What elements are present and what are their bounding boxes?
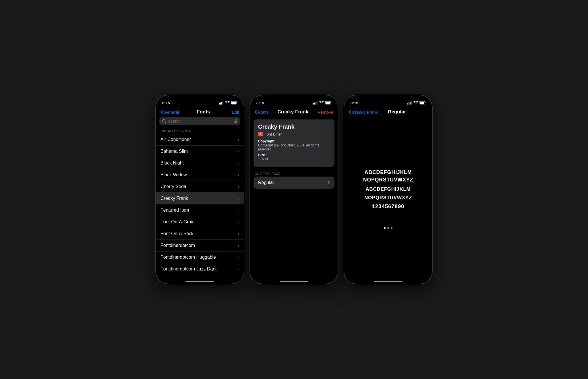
chevron-right-icon (328, 181, 330, 185)
font-item-fontdinerdotcom[interactable]: Fontdinerdotcom › (156, 240, 244, 252)
phone-1-screen: 8:15 (156, 95, 244, 284)
font-item-black-widow[interactable]: Black Widow › (156, 169, 244, 181)
battery-icon (325, 101, 332, 105)
font-name: Air Conditioner (160, 137, 191, 142)
font-item-cherry-soda[interactable]: Cherry Soda › (156, 181, 244, 193)
home-indicator-bar (185, 281, 214, 282)
font-name: Cherry Soda (160, 184, 186, 189)
font-item-featured-item[interactable]: Featured Item › (156, 204, 244, 216)
nav-back-2[interactable]: Fonts (255, 110, 269, 115)
svg-rect-20 (410, 102, 411, 105)
font-detail-title: Creaky Frank (258, 123, 330, 130)
status-icons-2 (313, 101, 332, 105)
signal-icon (407, 101, 412, 105)
font-item-font-on-a-stick[interactable]: Font-On-A-Stick › (156, 228, 244, 240)
chevron-right-icon: › (238, 231, 239, 236)
page-dot-3 (391, 227, 392, 229)
font-item-creaky-frank[interactable]: Creaky Frank › (156, 193, 244, 204)
nav-title-3: Regular (388, 109, 406, 115)
battery-icon (231, 101, 237, 105)
provider-name: Font Diner (264, 132, 282, 136)
svg-rect-6 (231, 102, 236, 104)
search-bar[interactable] (159, 117, 240, 125)
home-indicator-bar (374, 281, 403, 282)
page-dots (384, 227, 392, 229)
svg-rect-13 (316, 102, 316, 105)
status-bar-2: 8:15 (250, 95, 338, 108)
nav-bar-2: Fonts Creaky Frank Remove (250, 108, 338, 117)
chevron-left-icon (349, 110, 351, 114)
chevron-right-icon: › (238, 196, 239, 201)
status-bar-3: 8:15 (344, 95, 432, 108)
svg-rect-0 (219, 103, 220, 105)
status-icons-1 (219, 101, 237, 105)
svg-rect-18 (407, 103, 408, 105)
nav-back-3[interactable]: Creaky Frank (349, 110, 378, 115)
font-item-fontdinerdotcom-huggable[interactable]: Fontdinerdotcom Huggable › (156, 252, 244, 263)
provider-icon: ✦ (258, 132, 263, 136)
nav-title-1: Fonts (197, 109, 210, 115)
nav-bar-3: Creaky Frank Regular (344, 108, 432, 117)
svg-rect-1 (220, 103, 221, 105)
svg-rect-11 (313, 103, 314, 105)
font-item-bahama-slim[interactable]: Bahama Slim › (156, 146, 244, 157)
chevron-right-icon: › (238, 255, 239, 260)
nav-bar-1: General Fonts Edit (156, 108, 244, 117)
preview-line-2: NOPQRSTUVWXYZ (363, 177, 413, 183)
size-label: Size (258, 153, 330, 157)
chevron-left-icon (255, 110, 257, 114)
chevron-right-icon: › (238, 220, 239, 224)
font-name: Fontdinerdotcom Huggable (160, 255, 216, 260)
preview-line-4: NOPQRSTUVWXYZ (364, 195, 412, 200)
font-item-font-on-a-grain[interactable]: Font-On-A-Grain › (156, 216, 244, 228)
chevron-right-icon: › (238, 208, 239, 212)
svg-rect-24 (420, 102, 424, 104)
preview-line-3: ABCDEFGHIJKLM (366, 186, 411, 192)
nav-back-label-1: General (164, 110, 179, 115)
chevron-left-icon (160, 110, 163, 114)
svg-rect-9 (235, 119, 237, 121)
phone-3: 8:15 (344, 95, 433, 284)
typeface-item-regular[interactable]: Regular (254, 177, 334, 189)
font-item-air-conditioner[interactable]: Air Conditioner › (156, 134, 244, 146)
phone-3-screen: 8:15 (344, 95, 432, 284)
svg-rect-2 (221, 102, 222, 105)
nav-edit-button[interactable]: Edit (228, 110, 239, 115)
signal-icon (313, 101, 318, 105)
chevron-right-icon: › (238, 173, 239, 177)
remove-button[interactable]: Remove (317, 110, 333, 115)
font-list: Air Conditioner › Bahama Slim › Black Ni… (156, 134, 244, 276)
installed-fonts-header: INSTALLED FONTS (156, 127, 244, 134)
phone-2-screen: 8:15 (250, 95, 338, 284)
nav-back-label-3: Creaky Frank (352, 110, 378, 115)
font-name: Creaky Frank (160, 196, 188, 201)
copyright-value: Copyright (c) Font Diner, 2004. All righ… (258, 143, 330, 151)
nav-back-1[interactable]: General (160, 110, 179, 115)
preview-line-5: 1234567890 (372, 203, 405, 209)
font-name: Featured Item (160, 208, 189, 213)
typeface-section: ONE TYPEFACE Regular (254, 170, 334, 189)
phone-2: 8:15 (249, 95, 339, 284)
status-time-1: 8:15 (162, 101, 170, 105)
font-preview-svg: .preview-font { font-family: 'Arial Blac… (351, 164, 425, 223)
svg-rect-14 (317, 101, 318, 105)
copyright-label: Copyright (258, 139, 330, 143)
search-input[interactable] (168, 119, 232, 123)
status-icons-3 (407, 101, 426, 105)
status-time-2: 8:15 (256, 101, 264, 105)
battery-icon (419, 101, 426, 105)
font-name: Font-On-A-Stick (160, 231, 194, 236)
nav-title-2: Creaky Frank (277, 109, 308, 115)
preview-line-1: ABCDEFGHIJKLM (365, 169, 412, 175)
svg-rect-19 (409, 103, 409, 105)
chevron-right-icon: › (238, 267, 239, 271)
typeface-header: ONE TYPEFACE (254, 170, 334, 177)
font-name: Fontdinerdotcom Jazz Dark (160, 266, 217, 272)
chevron-right-icon: › (238, 137, 239, 142)
font-item-black-night[interactable]: Black Night › (156, 157, 244, 169)
status-time-3: 8:15 (351, 101, 358, 105)
font-name: Fontdinerdotcom (160, 243, 195, 248)
svg-rect-23 (425, 102, 426, 103)
font-item-fontdinerdotcom-jazz-dark[interactable]: Fontdinerdotcom Jazz Dark › (156, 263, 244, 275)
home-indicator-bar (280, 281, 308, 282)
